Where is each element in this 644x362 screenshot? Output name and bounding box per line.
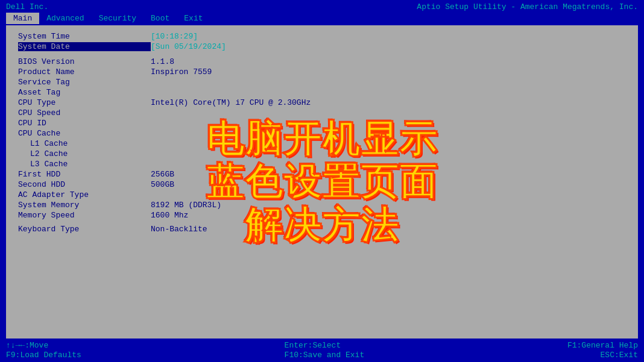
product-name-value: Inspiron 7559: [151, 67, 212, 76]
asset-tag-label: Asset Tag: [18, 88, 151, 97]
product-name-row: Product Name Inspiron 7559: [18, 67, 626, 77]
bios-screen: Dell Inc. Aptio Setup Utility - American…: [0, 0, 644, 362]
service-tag-row: Service Tag: [18, 77, 626, 87]
cpu-type-value: Intel(R) Core(TM) i7 CPU @ 2.30GHz: [151, 98, 311, 107]
nav-help: F1:General Help: [567, 341, 638, 350]
l2-cache-row: L2 Cache: [18, 149, 626, 159]
bios-version-label: BIOS Version: [18, 57, 151, 66]
second-hdd-row: Second HDD 500GB: [18, 179, 626, 190]
nav-exit: ESC:Exit: [567, 351, 638, 360]
memory-speed-label: Memory Speed: [18, 211, 151, 220]
system-time-row: System Time [10:18:29]: [18, 31, 626, 42]
system-memory-row: System Memory 8192 MB (DDR3L): [18, 200, 626, 210]
cpu-type-row: CPU Type Intel(R) Core(TM) i7 CPU @ 2.30…: [18, 98, 626, 108]
memory-speed-value: 1600 Mhz: [151, 211, 188, 220]
footer-right: F1:General Help ESC:Exit: [567, 341, 638, 360]
title-label: Aptio Setup Utility - American Megatrend…: [417, 2, 638, 11]
first-hdd-value: 256GB: [151, 170, 174, 179]
bios-version-row: BIOS Version 1.1.8: [18, 57, 626, 67]
l1-cache-label: L1 Cache: [30, 139, 163, 148]
l3-cache-label: L3 Cache: [30, 160, 163, 169]
system-memory-label: System Memory: [18, 201, 151, 210]
footer-center: Enter:Select F10:Save and Exit: [285, 341, 365, 360]
footer-bar: ↑↓→←:Move F9:Load Defaults Enter:Select …: [0, 339, 644, 362]
menu-advanced[interactable]: Advanced: [39, 13, 91, 24]
system-date-row: System Date [Sun 05/19/2024]: [18, 42, 626, 52]
cpu-cache-row: CPU Cache: [18, 128, 626, 139]
keyboard-type-row: Keyboard Type Non-Backlite: [18, 224, 626, 234]
second-hdd-value: 500GB: [151, 180, 174, 189]
cpu-cache-label: CPU Cache: [18, 129, 151, 138]
product-name-label: Product Name: [18, 67, 151, 76]
nav-save: F10:Save and Exit: [285, 351, 365, 360]
cpu-speed-row: CPU Speed: [18, 108, 626, 118]
nav-load: F9:Load Defaults: [6, 351, 81, 360]
l1-cache-row: L1 Cache: [18, 139, 626, 149]
asset-tag-row: Asset Tag: [18, 87, 626, 98]
top-bar: Dell Inc. Aptio Setup Utility - American…: [0, 0, 644, 13]
l2-cache-label: L2 Cache: [30, 149, 163, 158]
memory-speed-row: Memory Speed 1600 Mhz: [18, 210, 626, 220]
system-date-value[interactable]: [Sun 05/19/2024]: [151, 42, 226, 51]
cpu-id-row: CPU ID: [18, 118, 626, 128]
bios-version-value: 1.1.8: [151, 57, 174, 66]
vendor-label: Dell Inc.: [6, 2, 48, 11]
main-content: System Time [10:18:29] System Date [Sun …: [6, 25, 638, 339]
system-time-value[interactable]: [10:18:29]: [151, 32, 198, 41]
menu-security[interactable]: Security: [92, 13, 144, 24]
system-memory-value: 8192 MB (DDR3L): [151, 201, 221, 210]
nav-enter: Enter:Select: [285, 341, 365, 350]
keyboard-type-label: Keyboard Type: [18, 225, 151, 234]
service-tag-label: Service Tag: [18, 78, 151, 87]
system-date-label: System Date: [18, 42, 151, 51]
cpu-id-label: CPU ID: [18, 119, 151, 128]
menu-exit[interactable]: Exit: [177, 13, 210, 24]
nav-move: ↑↓→←:Move: [6, 341, 81, 350]
first-hdd-row: First HDD 256GB: [18, 169, 626, 179]
menu-bar: Main Advanced Security Boot Exit: [0, 13, 644, 24]
ac-adapter-label: AC Adapter Type: [18, 190, 151, 199]
cpu-speed-label: CPU Speed: [18, 108, 151, 117]
menu-main[interactable]: Main: [6, 13, 39, 24]
system-time-label: System Time: [18, 32, 151, 41]
menu-boot[interactable]: Boot: [144, 13, 177, 24]
l3-cache-row: L3 Cache: [18, 159, 626, 169]
first-hdd-label: First HDD: [18, 170, 151, 179]
footer-left: ↑↓→←:Move F9:Load Defaults: [6, 341, 81, 360]
cpu-type-label: CPU Type: [18, 98, 151, 107]
ac-adapter-row: AC Adapter Type: [18, 190, 626, 200]
second-hdd-label: Second HDD: [18, 180, 151, 189]
keyboard-type-value: Non-Backlite: [151, 225, 207, 234]
